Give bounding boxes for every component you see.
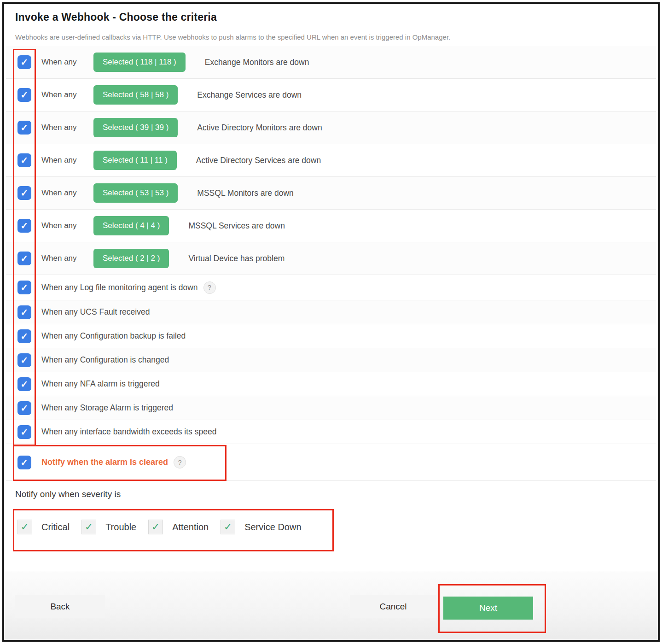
severity-checkbox[interactable]: ✓ — [148, 520, 163, 534]
severity-option: ✓Critical — [17, 520, 81, 534]
criteria-row-selector: ✓When anySelected ( 53 | 53 )MSSQL Monit… — [6, 177, 656, 210]
criteria-prefix: When any — [41, 123, 93, 132]
severity-option-label: Attention — [172, 522, 209, 533]
criteria-label: When any Storage Alarm is triggered — [41, 403, 173, 413]
criteria-suffix: Virtual Device has problem — [188, 254, 285, 263]
severity-option: ✓Attention — [148, 520, 221, 534]
criteria-row-plain: ✓When any UCS Fault received — [6, 300, 656, 324]
check-icon: ✓ — [85, 522, 93, 532]
back-button[interactable]: Back — [15, 595, 105, 618]
criteria-label: When any UCS Fault received — [41, 307, 150, 317]
selected-count-button[interactable]: Selected ( 53 | 53 ) — [93, 183, 178, 203]
criteria-checkbox[interactable]: ✓ — [17, 186, 31, 200]
selected-count-button[interactable]: Selected ( 39 | 39 ) — [93, 118, 178, 137]
cancel-button[interactable]: Cancel — [350, 595, 436, 618]
criteria-suffix: MSSQL Monitors are down — [197, 188, 293, 198]
selected-count-button[interactable]: Selected ( 118 | 118 ) — [93, 53, 186, 72]
check-icon: ✓ — [21, 283, 29, 292]
criteria-row-plain: ✓When any Log file monitoring agent is d… — [6, 275, 656, 300]
help-icon[interactable]: ? — [174, 456, 186, 468]
severity-option-label: Service Down — [244, 522, 301, 533]
selected-count-button[interactable]: Selected ( 4 | 4 ) — [93, 216, 169, 235]
criteria-row-plain: ✓When any NFA alarm is triggered — [6, 372, 656, 396]
criteria-suffix: Active Directory Services are down — [196, 156, 321, 165]
criteria-row-plain: ✓When any Storage Alarm is triggered — [6, 396, 656, 420]
criteria-row-selector: ✓When anySelected ( 39 | 39 )Active Dire… — [6, 111, 656, 144]
criteria-label: When any Configuration backup is failed — [41, 331, 186, 341]
next-button[interactable]: Next — [443, 597, 533, 620]
criteria-label: When any interface bandwidth exceeds its… — [41, 427, 216, 437]
check-icon: ✓ — [21, 380, 29, 389]
criteria-checkbox[interactable]: ✓ — [17, 305, 31, 319]
criteria-checkbox[interactable]: ✓ — [17, 281, 31, 294]
criteria-checkbox[interactable]: ✓ — [17, 353, 31, 367]
check-icon: ✓ — [21, 156, 29, 165]
criteria-row-cleared: ✓Notify when the alarm is cleared? — [6, 444, 656, 481]
webhook-criteria-page: Invoke a Webhook - Choose the criteria W… — [0, 0, 662, 644]
selected-count-button[interactable]: Selected ( 11 | 11 ) — [93, 151, 177, 170]
criteria-checkbox[interactable]: ✓ — [17, 425, 31, 439]
check-icon: ✓ — [21, 58, 29, 67]
criteria-checkbox[interactable]: ✓ — [17, 121, 31, 135]
criteria-row-plain: ✓When any Configuration backup is failed — [6, 324, 656, 348]
criteria-suffix: Active Directory Monitors are down — [197, 123, 322, 133]
check-icon: ✓ — [21, 458, 29, 467]
severity-option: ✓Trouble — [81, 520, 148, 534]
criteria-prefix: When any — [41, 188, 93, 198]
check-icon: ✓ — [21, 188, 29, 198]
criteria-checkbox[interactable]: ✓ — [17, 219, 31, 233]
check-icon: ✓ — [21, 123, 29, 132]
check-icon: ✓ — [224, 522, 232, 532]
criteria-checkbox[interactable]: ✓ — [17, 456, 31, 469]
criteria-label: Notify when the alarm is cleared — [41, 457, 168, 467]
severity-checkbox[interactable]: ✓ — [17, 520, 32, 534]
severity-checkbox[interactable]: ✓ — [81, 520, 96, 534]
criteria-row-selector: ✓When anySelected ( 2 | 2 )Virtual Devic… — [6, 242, 656, 275]
check-icon: ✓ — [21, 90, 29, 100]
severity-options: ✓Critical✓Trouble✓Attention✓Service Down — [17, 520, 314, 534]
check-icon: ✓ — [21, 254, 29, 263]
criteria-row-selector: ✓When anySelected ( 118 | 118 )Exchange … — [6, 46, 656, 79]
criteria-checkbox[interactable]: ✓ — [17, 153, 31, 167]
check-icon: ✓ — [21, 221, 29, 230]
criteria-row-selector: ✓When anySelected ( 4 | 4 )MSSQL Service… — [6, 210, 656, 242]
severity-option: ✓Service Down — [221, 520, 313, 534]
page-subtitle: Webhooks are user-defined callbacks via … — [15, 33, 450, 41]
criteria-list: ✓When anySelected ( 118 | 118 )Exchange … — [6, 46, 656, 481]
help-icon[interactable]: ? — [203, 281, 216, 294]
criteria-label: When any NFA alarm is triggered — [41, 379, 160, 389]
criteria-label: When any Configuration is changed — [41, 355, 169, 365]
criteria-checkbox[interactable]: ✓ — [17, 401, 31, 415]
check-icon: ✓ — [21, 356, 29, 365]
criteria-row-selector: ✓When anySelected ( 58 | 58 )Exchange Se… — [6, 79, 656, 111]
selected-count-button[interactable]: Selected ( 58 | 58 ) — [93, 85, 178, 105]
criteria-prefix: When any — [41, 221, 93, 230]
severity-section-label: Notify only when severity is — [15, 489, 121, 499]
criteria-prefix: When any — [41, 58, 93, 67]
criteria-suffix: Exchange Monitors are down — [205, 58, 309, 67]
severity-checkbox[interactable]: ✓ — [221, 520, 235, 534]
severity-option-label: Trouble — [105, 522, 136, 533]
criteria-row-plain: ✓When any Configuration is changed — [6, 348, 656, 372]
criteria-row-plain: ✓When any interface bandwidth exceeds it… — [6, 420, 656, 444]
check-icon: ✓ — [21, 404, 29, 413]
check-icon: ✓ — [21, 427, 29, 437]
check-icon: ✓ — [21, 332, 29, 341]
criteria-checkbox[interactable]: ✓ — [17, 88, 31, 102]
check-icon: ✓ — [151, 522, 160, 532]
criteria-label: When any Log file monitoring agent is do… — [41, 283, 198, 293]
criteria-checkbox[interactable]: ✓ — [17, 329, 31, 343]
check-icon: ✓ — [21, 522, 29, 532]
criteria-prefix: When any — [41, 156, 93, 165]
selected-count-button[interactable]: Selected ( 2 | 2 ) — [93, 249, 169, 268]
criteria-prefix: When any — [41, 90, 93, 100]
criteria-checkbox[interactable]: ✓ — [17, 55, 31, 69]
criteria-checkbox[interactable]: ✓ — [17, 377, 31, 391]
criteria-suffix: MSSQL Services are down — [188, 221, 285, 231]
check-icon: ✓ — [21, 308, 29, 317]
criteria-checkbox[interactable]: ✓ — [17, 252, 31, 265]
criteria-prefix: When any — [41, 254, 93, 263]
criteria-row-selector: ✓When anySelected ( 11 | 11 )Active Dire… — [6, 144, 656, 177]
criteria-suffix: Exchange Services are down — [197, 90, 302, 100]
page-title: Invoke a Webhook - Choose the criteria — [15, 11, 217, 23]
